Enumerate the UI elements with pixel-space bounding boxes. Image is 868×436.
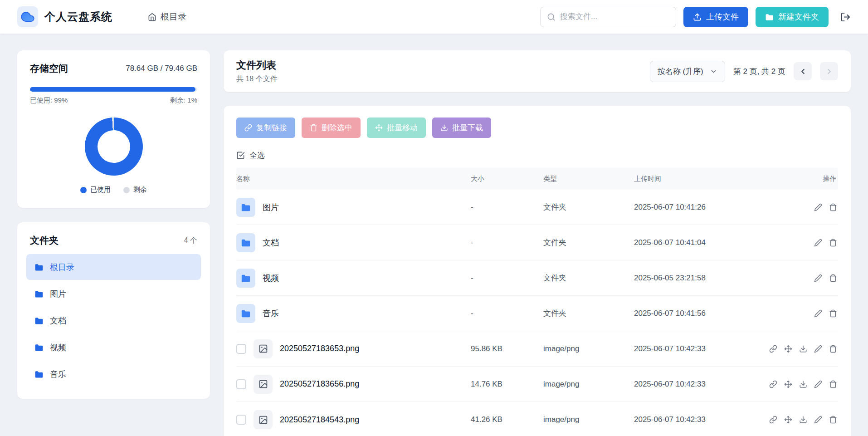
sort-select[interactable]: 按名称 (升序) [650,61,725,82]
row-checkbox[interactable] [236,415,246,425]
storage-used-label: 已使用: 99% [30,96,68,105]
row-type: 文件夹 [543,237,634,248]
page-info: 第 2 页, 共 2 页 [733,66,785,77]
sidebar-folder-item[interactable]: 文档 [26,308,201,333]
delete-icon[interactable] [829,309,837,318]
row-name[interactable]: 文档 [263,237,279,248]
row-name[interactable]: 图片 [263,202,279,213]
batch-move-label: 批量移动 [387,122,418,133]
sidebar-folder-item[interactable]: 视频 [26,334,201,360]
edit-icon[interactable] [814,309,822,318]
delete-selected-label: 删除选中 [322,122,352,133]
image-icon [258,344,268,353]
edit-icon[interactable] [814,416,822,424]
delete-selected-button[interactable]: 删除选中 [302,118,361,138]
batch-download-button[interactable]: 批量下载 [432,118,491,138]
row-size: - [471,203,543,212]
folder-chip [236,304,255,323]
row-checkbox[interactable] [236,379,246,389]
folder-chip [236,233,255,252]
upload-file-button[interactable]: 上传文件 [683,7,748,27]
table-row-folder[interactable]: 视频 - 文件夹 2025-06-05 23:21:58 [236,260,838,296]
delete-icon[interactable] [829,239,837,247]
brand: 个人云盘系统 [17,6,112,27]
row-name[interactable]: 20250527184543.png [280,415,359,425]
storage-title: 存储空间 [30,62,68,75]
main-area: 文件列表 共 18 个文件 按名称 (升序) 第 2 页, 共 2 页 [224,50,851,436]
delete-icon[interactable] [829,345,837,353]
move-icon[interactable] [784,380,792,388]
link-icon[interactable] [769,380,777,388]
link-icon[interactable] [769,345,777,353]
column-actions: 操作 [766,175,838,183]
batch-move-button[interactable]: 批量移动 [367,118,426,138]
row-time: 2025-06-07 10:42:33 [634,344,766,353]
table-row-file[interactable]: 20250527183653.png 95.86 KB image/png 20… [236,331,838,367]
select-all-toggle[interactable]: 全选 [236,150,265,161]
row-name[interactable]: 20250527183656.png [280,379,359,389]
row-type: image/png [543,344,634,353]
storage-panel: 存储空间 78.64 GB / 79.46 GB 已使用: 99% 剩余: 1%… [17,50,210,208]
delete-icon[interactable] [829,380,837,388]
folder-list: 根目录 图片 文档 视频 音乐 [26,254,201,387]
table-row-file[interactable]: 20250527184543.png 41.26 KB image/png 20… [236,402,838,436]
folder-icon [241,273,251,283]
upload-icon [693,13,702,21]
column-time: 上传时间 [634,175,766,183]
chevron-down-icon [710,68,717,75]
row-time: 2025-06-05 23:21:58 [634,274,766,283]
download-icon[interactable] [799,416,807,424]
row-actions [766,203,838,211]
folders-count: 4 个 [184,236,197,245]
storage-usage-text: 78.64 GB / 79.46 GB [126,64,197,73]
table-row-folder[interactable]: 音乐 - 文件夹 2025-06-07 10:41:56 [236,296,838,331]
folder-icon [241,238,251,248]
new-folder-button[interactable]: 新建文件夹 [756,7,829,27]
breadcrumb-label: 根目录 [161,11,186,23]
logout-icon [840,12,851,22]
edit-icon[interactable] [814,380,822,388]
delete-icon[interactable] [829,203,837,211]
table-row-file[interactable]: 20250527183656.png 14.76 KB image/png 20… [236,367,838,402]
row-name[interactable]: 视频 [263,273,279,284]
row-type: image/png [543,380,634,389]
storage-legend: 已使用 剩余 [30,186,197,194]
copy-link-button[interactable]: 复制链接 [236,118,295,138]
folder-icon [34,370,44,379]
table-row-folder[interactable]: 图片 - 文件夹 2025-06-07 10:41:26 [236,190,838,225]
edit-icon[interactable] [814,239,822,247]
copy-link-label: 复制链接 [256,122,287,133]
prev-page-button[interactable] [794,62,812,80]
sidebar-folder-item[interactable]: 图片 [26,281,201,307]
edit-icon[interactable] [814,274,822,282]
download-icon[interactable] [799,380,807,388]
legend-remaining-dot [123,187,130,193]
legend-used-label: 已使用 [90,186,111,194]
sidebar-folder-label: 文档 [50,315,66,326]
row-name[interactable]: 20250527183653.png [280,344,359,353]
breadcrumb[interactable]: 根目录 [148,11,186,23]
move-icon[interactable] [784,416,792,424]
folder-icon [34,343,44,352]
search-input[interactable] [560,12,669,21]
delete-icon[interactable] [829,274,837,282]
file-list-header: 文件列表 共 18 个文件 按名称 (升序) 第 2 页, 共 2 页 [224,50,851,92]
link-icon[interactable] [769,416,777,424]
table-row-folder[interactable]: 文档 - 文件夹 2025-06-07 10:41:04 [236,225,838,260]
row-name[interactable]: 音乐 [263,308,279,319]
sidebar-folder-item[interactable]: 音乐 [26,361,201,387]
folders-panel: 文件夹 4 个 根目录 图片 文档 视频 音乐 [17,222,210,399]
download-icon[interactable] [799,345,807,353]
row-checkbox[interactable] [236,344,246,354]
top-navbar: 个人云盘系统 根目录 上传文件 新建文件夹 [0,0,868,34]
trash-icon [310,124,317,132]
logout-button[interactable] [840,12,851,22]
sidebar-folder-item[interactable]: 根目录 [26,254,201,280]
delete-icon[interactable] [829,416,837,424]
edit-icon[interactable] [814,345,822,353]
edit-icon[interactable] [814,203,822,211]
move-icon[interactable] [784,345,792,353]
next-page-button[interactable] [820,62,838,80]
row-actions [766,239,838,247]
file-chip [254,410,273,429]
